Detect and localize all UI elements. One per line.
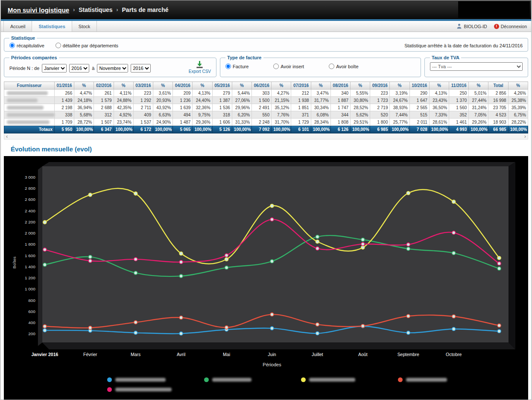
nav-right-area: BIOLOG-ID ! Déconnexion bbox=[456, 21, 531, 32]
radio-avoir-boite[interactable]: Avoir boîte bbox=[329, 64, 358, 69]
table-cell: 24,88% bbox=[114, 97, 133, 104]
table-cell: 1 647 bbox=[409, 97, 429, 104]
breadcrumb-section-link[interactable]: Statistiques bbox=[79, 6, 112, 13]
table-cell: 318 bbox=[212, 111, 232, 119]
month-to-select[interactable]: Novembre bbox=[97, 64, 128, 72]
statistique-fieldset: Statistique récapitulative détaillée par… bbox=[4, 35, 528, 52]
table-cell: 520 bbox=[370, 111, 390, 119]
tva-fieldset: Taux de TVA --- Tva --- bbox=[424, 55, 528, 77]
column-header: 10/2016 bbox=[409, 82, 429, 90]
legend-series-name-redacted bbox=[406, 378, 447, 382]
table-cell: 1 639 bbox=[173, 104, 193, 111]
export-csv-button[interactable]: Export CSV bbox=[189, 61, 211, 74]
legend-color-dot-icon bbox=[301, 377, 306, 382]
legend-item[interactable] bbox=[204, 377, 301, 382]
brand-logo bbox=[458, 1, 530, 18]
totals-cell: 6 101 bbox=[291, 126, 311, 133]
table-cell: 24,18% bbox=[74, 97, 94, 104]
svg-text:Mars: Mars bbox=[131, 352, 140, 357]
table-cell: 1 887 bbox=[330, 97, 350, 104]
legend-color-dot-icon bbox=[204, 377, 209, 382]
legend-item[interactable] bbox=[107, 387, 204, 392]
tab-statistiques[interactable]: Statistiques bbox=[32, 21, 72, 32]
table-cell: 30,80% bbox=[351, 97, 370, 104]
download-icon bbox=[196, 61, 204, 69]
table-cell: 7,05% bbox=[469, 111, 488, 119]
column-header: Fournisseur bbox=[4, 82, 55, 90]
chart-legend bbox=[107, 377, 526, 392]
table-row: 2 19836,94%2 68842,35%2 71143,92%1 63932… bbox=[4, 104, 528, 111]
supplier-name-redacted bbox=[4, 119, 55, 126]
table-cell: 28,72% bbox=[74, 119, 94, 126]
period-from-label: Période N : de bbox=[9, 66, 39, 71]
table-cell: 7,76% bbox=[272, 111, 291, 119]
radio-avoir-boite-input[interactable] bbox=[329, 64, 334, 69]
logout-button[interactable]: ! Déconnexion bbox=[494, 24, 527, 29]
legend-item[interactable] bbox=[301, 377, 398, 382]
column-header: % bbox=[114, 82, 133, 90]
totals-cell: 6 347 bbox=[94, 126, 114, 133]
table-cell: 36,94% bbox=[74, 104, 94, 111]
table-cell: 25,38% bbox=[508, 97, 528, 104]
user-menu[interactable]: BIOLOG-ID bbox=[456, 23, 487, 29]
totals-cell: 100,00% bbox=[232, 126, 251, 133]
table-cell: 290 bbox=[409, 90, 429, 97]
legend-item[interactable] bbox=[398, 377, 495, 382]
radio-facture-label: Facture bbox=[233, 64, 248, 69]
table-cell: 1 723 bbox=[370, 97, 390, 104]
totals-cell: 100,00% bbox=[272, 126, 291, 133]
totals-cell: 100,00% bbox=[390, 126, 409, 133]
table-cell: 38,93% bbox=[390, 104, 409, 111]
svg-text:2 600: 2 600 bbox=[25, 197, 35, 202]
svg-text:1 600: 1 600 bbox=[25, 253, 35, 258]
table-scrollbar: ‹ › bbox=[4, 133, 528, 139]
main-nav: Accueil Statistiques Stock BIOLOG-ID ! D… bbox=[1, 21, 531, 32]
radio-facture-input[interactable] bbox=[225, 64, 231, 69]
month-from-select[interactable]: Janvier bbox=[42, 64, 67, 72]
table-cell: 25,77% bbox=[390, 119, 409, 126]
radio-recapitulative-input[interactable] bbox=[9, 43, 15, 48]
column-header: % bbox=[153, 82, 173, 90]
tva-select[interactable]: --- Tva --- bbox=[430, 62, 523, 71]
breadcrumb-separator-icon: › bbox=[117, 7, 118, 13]
logout-label: Déconnexion bbox=[501, 24, 527, 29]
totals-cell: 4 993 bbox=[449, 126, 469, 133]
column-header: % bbox=[390, 82, 409, 90]
year-from-select[interactable]: 2016 bbox=[69, 64, 89, 72]
year-to-select[interactable]: 2016 bbox=[131, 64, 151, 72]
table-cell: 223 bbox=[370, 90, 390, 97]
column-header: 08/2016 bbox=[330, 82, 350, 90]
table-cell: 24,40% bbox=[193, 97, 212, 104]
column-header: % bbox=[74, 82, 94, 90]
column-header: 03/2016 bbox=[133, 82, 153, 90]
table-cell: 2 711 bbox=[133, 104, 153, 111]
tab-stock[interactable]: Stock bbox=[72, 21, 97, 32]
table-cell: 266 bbox=[55, 90, 74, 97]
radio-detaillee-input[interactable] bbox=[56, 43, 61, 48]
radio-avoir-insert[interactable]: Avoir insert bbox=[273, 64, 304, 69]
scroll-left-icon[interactable]: ‹ bbox=[6, 134, 8, 139]
supplier-name-redacted bbox=[4, 90, 55, 97]
breadcrumb-root-link[interactable]: Mon suivi logistique bbox=[8, 6, 69, 14]
table-cell: 2 719 bbox=[370, 104, 390, 111]
tab-accueil[interactable]: Accueil bbox=[3, 21, 32, 32]
table-cell: 3,61% bbox=[153, 90, 173, 97]
radio-facture[interactable]: Facture bbox=[225, 64, 248, 69]
redacted-text bbox=[7, 120, 50, 124]
totals-label: Totaux bbox=[4, 126, 55, 133]
table-cell: 4,27% bbox=[272, 90, 291, 97]
scroll-right-icon[interactable]: › bbox=[524, 134, 526, 139]
table-cell: 28,52% bbox=[351, 104, 370, 111]
svg-text:Octobre: Octobre bbox=[446, 352, 462, 357]
supplier-name-redacted bbox=[4, 111, 55, 119]
radio-recapitulative[interactable]: récapitulative bbox=[9, 43, 44, 48]
table-cell: 1 560 bbox=[449, 104, 469, 111]
legend-item[interactable] bbox=[107, 377, 204, 382]
table-cell: 29,51% bbox=[351, 119, 370, 126]
radio-detaillee[interactable]: détaillée par départements bbox=[56, 43, 118, 48]
table-row: 2664,47%2614,11%2233,61%2094,13%2795,44%… bbox=[4, 90, 528, 97]
svg-text:1 800: 1 800 bbox=[25, 242, 35, 246]
radio-avoir-insert-input[interactable] bbox=[273, 64, 279, 69]
table-cell: 1 387 bbox=[212, 97, 232, 104]
supplier-name-redacted bbox=[4, 104, 55, 111]
